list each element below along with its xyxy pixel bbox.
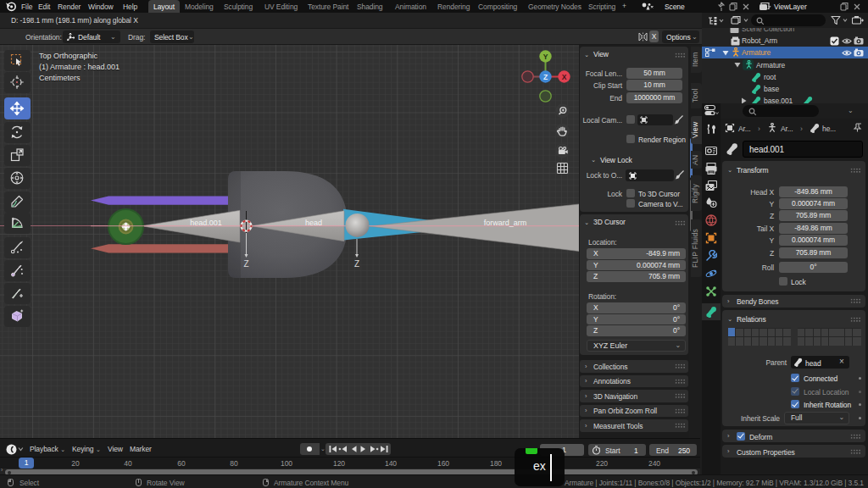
svg-text:X: X [562, 73, 567, 81]
svg-text:head.001: head.001 [190, 219, 222, 227]
svg-text:Y: Y [543, 53, 548, 61]
svg-text:head: head [305, 219, 322, 227]
svg-text:Z: Z [354, 259, 359, 269]
svg-text:forward_arm: forward_arm [484, 219, 527, 227]
svg-text:Z: Z [543, 73, 548, 81]
svg-text:Z: Z [243, 259, 248, 269]
